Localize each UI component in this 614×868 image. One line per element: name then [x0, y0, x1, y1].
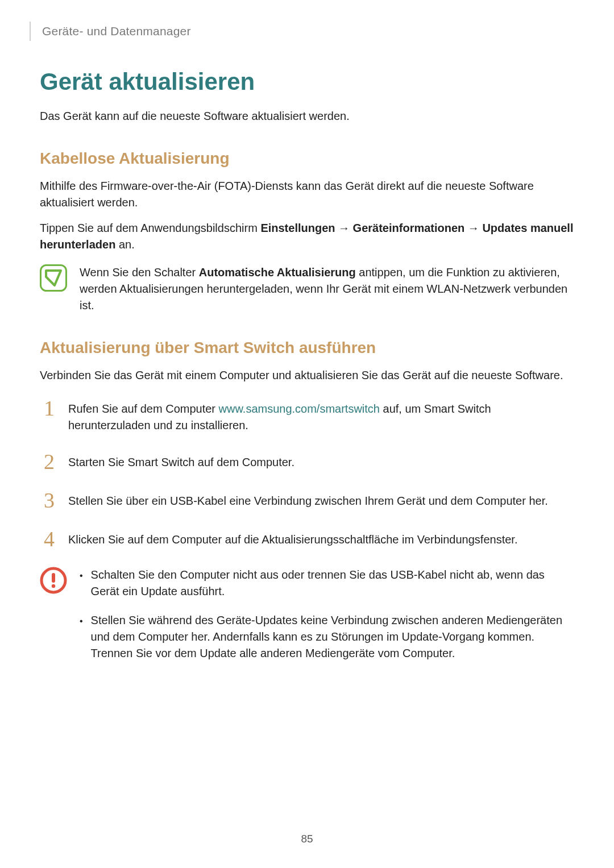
step-number: 4 [40, 528, 55, 550]
step-1-text: Rufen Sie auf dem Computer www.samsung.c… [68, 397, 574, 434]
smartswitch-link[interactable]: www.samsung.com/smartswitch [219, 402, 380, 415]
step-2: 2 Starten Sie Smart Switch auf dem Compu… [40, 451, 574, 472]
page-number: 85 [0, 833, 614, 845]
ordered-steps: 1 Rufen Sie auf dem Computer www.samsung… [40, 397, 574, 550]
note-bold: Automatische Aktualisierung [199, 266, 356, 279]
step1-pre: Rufen Sie auf dem Computer [68, 402, 219, 415]
breadcrumb: Geräte- und Datenmanager [42, 24, 191, 38]
warning-bullet-2: • Stellen Sie während des Geräte-Updates… [80, 612, 574, 662]
section2-paragraph1: Verbinden Sie das Gerät mit einem Comput… [40, 367, 574, 384]
step-4: 4 Klicken Sie auf dem Computer auf die A… [40, 528, 574, 550]
note-icon [40, 264, 67, 292]
note-block: Wenn Sie den Schalter Automatische Aktua… [40, 264, 574, 314]
breadcrumb-divider [30, 22, 31, 41]
warning-icon [40, 567, 67, 594]
note-pre: Wenn Sie den Schalter [80, 266, 199, 279]
svg-rect-0 [41, 265, 67, 291]
step-number: 2 [40, 451, 55, 472]
section1-p2-post: an. [115, 238, 134, 251]
warning-block: • Schalten Sie den Computer nicht aus od… [40, 567, 574, 674]
note-text: Wenn Sie den Schalter Automatische Aktua… [80, 264, 574, 314]
step-3: 3 Stellen Sie über ein USB-Kabel eine Ve… [40, 489, 574, 511]
svg-point-3 [52, 584, 55, 588]
warning-bullets: • Schalten Sie den Computer nicht aus od… [80, 567, 574, 674]
step-number: 1 [40, 397, 55, 419]
page-title: Gerät aktualisieren [40, 68, 574, 95]
section-heading-smartswitch: Aktualisierung über Smart Switch ausführ… [40, 339, 574, 357]
bullet-dot: • [80, 612, 83, 628]
bullet-dot: • [80, 567, 83, 582]
section-heading-wireless: Kabellose Aktualisierung [40, 149, 574, 168]
document-page: Geräte- und Datenmanager Gerät aktualisi… [0, 0, 614, 868]
section1-p2-pre: Tippen Sie auf dem Anwendungsbildschirm [40, 222, 260, 234]
intro-paragraph: Das Gerät kann auf die neueste Software … [40, 108, 574, 124]
step-4-text: Klicken Sie auf dem Computer auf die Akt… [68, 528, 574, 548]
warning-bullet-1: • Schalten Sie den Computer nicht aus od… [80, 567, 574, 600]
step-3-text: Stellen Sie über ein USB-Kabel eine Verb… [68, 489, 574, 509]
step-1: 1 Rufen Sie auf dem Computer www.samsung… [40, 397, 574, 434]
warning-1-text: Schalten Sie den Computer nicht aus oder… [91, 567, 574, 600]
warning-2-text: Stellen Sie während des Geräte-Updates k… [91, 612, 574, 662]
section1-paragraph2: Tippen Sie auf dem Anwendungsbildschirm … [40, 220, 574, 253]
step-2-text: Starten Sie Smart Switch auf dem Compute… [68, 451, 574, 471]
breadcrumb-row: Geräte- und Datenmanager [40, 22, 574, 41]
section1-paragraph1: Mithilfe des Firmware-over-the-Air (FOTA… [40, 178, 574, 211]
svg-rect-2 [52, 573, 55, 583]
step-number: 3 [40, 489, 55, 511]
